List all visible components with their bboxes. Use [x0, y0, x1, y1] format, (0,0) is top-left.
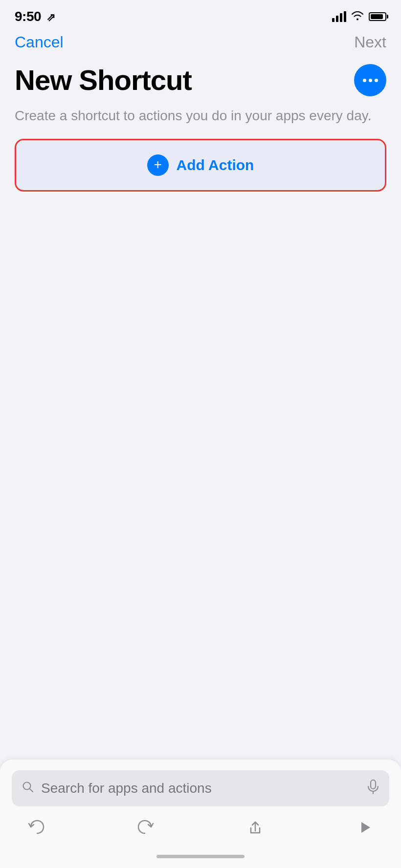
- share-button[interactable]: [241, 815, 270, 840]
- svg-rect-2: [371, 780, 376, 789]
- redo-button[interactable]: [131, 815, 160, 840]
- svg-marker-5: [361, 822, 370, 833]
- more-dots-icon: [363, 79, 378, 82]
- battery-icon: [369, 12, 386, 21]
- more-options-button[interactable]: [354, 64, 386, 96]
- mic-icon[interactable]: [367, 780, 379, 798]
- next-button[interactable]: Next: [354, 33, 386, 51]
- wifi-icon: [351, 11, 364, 23]
- time-display: 9:50: [15, 9, 41, 24]
- page-title: New Shortcut: [15, 65, 192, 96]
- home-indicator: [12, 845, 389, 868]
- bottom-panel: [0, 760, 401, 868]
- add-action-plus-icon: +: [147, 154, 169, 176]
- status-icons: [332, 11, 386, 23]
- bottom-toolbar: [12, 806, 389, 845]
- add-action-button[interactable]: + Add Action: [15, 139, 386, 192]
- cancel-button[interactable]: Cancel: [15, 33, 64, 51]
- search-icon: [22, 781, 34, 797]
- undo-button[interactable]: [22, 815, 51, 840]
- plus-symbol: +: [154, 158, 161, 172]
- add-action-label: Add Action: [177, 157, 254, 174]
- status-bar: 9:50 ⇗: [0, 0, 401, 26]
- nav-bar: Cancel Next: [0, 28, 401, 56]
- status-time: 9:50 ⇗: [15, 9, 55, 24]
- search-bar[interactable]: [12, 770, 389, 806]
- page-header: New Shortcut: [0, 56, 401, 101]
- search-input[interactable]: [41, 781, 360, 796]
- play-button[interactable]: [350, 815, 379, 840]
- signal-icon: [332, 11, 346, 22]
- location-icon: ⇗: [46, 11, 55, 23]
- page-description: Create a shortcut to actions you do in y…: [0, 101, 401, 139]
- svg-line-1: [30, 788, 33, 792]
- home-bar: [156, 855, 245, 858]
